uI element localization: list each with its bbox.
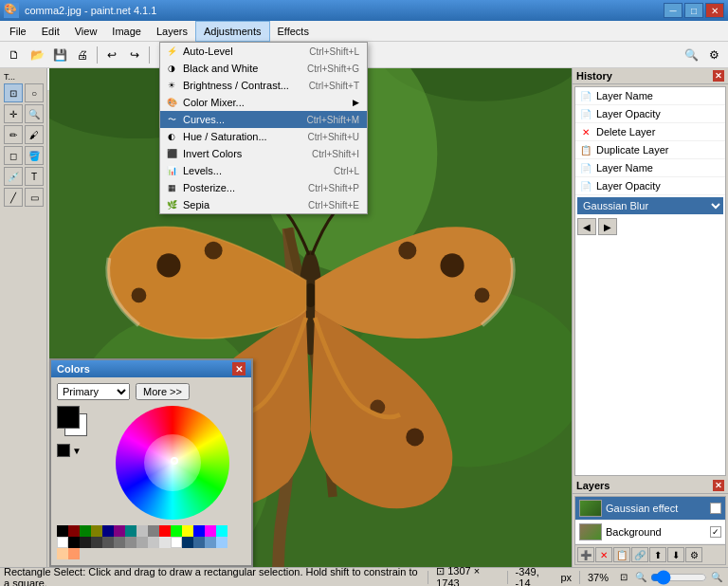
palette-swatch-white[interactable] [57,537,68,548]
history-back-button[interactable]: ◀ [577,218,596,235]
layer-item-background[interactable]: Background ✓ [575,521,725,544]
open-button[interactable]: 📂 [27,45,47,65]
palette-swatch-fuchsia[interactable] [205,525,216,537]
menu-item-sepia[interactable]: 🌿 Sepia Ctrl+Shift+E [160,196,367,213]
tool-eyedropper[interactable]: 💉 [4,167,23,186]
palette-swatch-navy[interactable] [102,525,114,537]
color-wheel[interactable] [116,406,229,520]
menu-item-color-mixer[interactable]: 🎨 Color Mixer... ▶ [160,94,367,111]
palette-swatch-2-8[interactable] [159,537,171,548]
primary-color-swatch[interactable] [57,444,70,457]
layer-visibility-gaussian[interactable]: ✓ [710,503,721,514]
palette-swatch-3-5[interactable] [57,548,68,559]
layer-duplicate-button[interactable]: 📋 [613,547,630,562]
menu-item-hue-saturation[interactable]: ◐ Hue / Saturation... Ctrl+Shift+U [160,128,367,145]
layer-merge-button[interactable]: 🔗 [631,547,648,562]
menu-item-posterize[interactable]: ▦ Posterize... Ctrl+Shift+P [160,179,367,196]
tool-rectangle-select[interactable]: ⊡ [4,83,23,102]
menu-adjustments[interactable]: Adjustments [195,21,270,42]
menu-view[interactable]: View [67,21,105,42]
palette-swatch-3-3[interactable] [205,537,216,548]
history-forward-button[interactable]: ▶ [598,218,617,235]
menu-item-invert[interactable]: ⬛ Invert Colors Ctrl+Shift+I [160,145,367,162]
layer-delete-button[interactable]: ✕ [595,547,612,562]
palette-swatch-maroon[interactable] [68,525,80,537]
history-dropdown[interactable]: Gaussian Blur [577,197,723,214]
new-button[interactable]: 🗋 [4,45,25,65]
palette-swatch-blue[interactable] [193,525,205,537]
history-item[interactable]: 📄 Layer Opacity [575,177,725,195]
palette-swatch-3-1[interactable] [182,537,193,548]
palette-swatch-2-5[interactable] [125,537,136,548]
tool-line[interactable]: ╱ [4,188,23,207]
palette-swatch-aqua[interactable] [216,525,228,537]
tool-eraser[interactable]: ◻ [4,146,23,165]
menu-edit[interactable]: Edit [34,21,67,42]
close-button[interactable]: ✕ [705,3,724,18]
menu-layers[interactable]: Layers [149,21,195,42]
tool-fill[interactable]: 🪣 [25,146,44,165]
menu-item-levels[interactable]: 📊 Levels... Ctrl+L [160,162,367,179]
menu-item-curves[interactable]: 〜 Curves... Ctrl+Shift+M [160,111,367,128]
tool-brush[interactable]: 🖌 [25,125,44,144]
palette-swatch-silver[interactable] [136,525,148,537]
layer-add-button[interactable]: ➕ [577,547,594,562]
palette-swatch-olive[interactable] [91,525,102,537]
menu-image[interactable]: Image [104,21,149,42]
layer-up-button[interactable]: ⬆ [649,547,666,562]
palette-swatch-2-1[interactable] [80,537,91,548]
zoom-minus-button[interactable]: 🔍 [633,570,648,585]
tool-pencil[interactable]: ✏ [4,125,23,144]
history-item[interactable]: 📄 Layer Name [575,87,725,105]
menu-file[interactable]: File [2,21,34,42]
palette-swatch-yellow[interactable] [182,525,193,537]
palette-swatch-3-4[interactable] [216,537,228,548]
palette-swatch-red[interactable] [159,525,171,537]
menu-effects[interactable]: Effects [270,21,317,42]
zoom-plus-button[interactable]: 🔍 [709,570,724,585]
colors-close-button[interactable]: ✕ [232,362,246,375]
palette-swatch-2-black[interactable] [68,537,80,548]
palette-swatch-2-3[interactable] [102,537,114,548]
menu-item-auto-level[interactable]: ⚡ Auto-Level Ctrl+Shift+L [160,43,367,60]
palette-swatch-2-2[interactable] [91,537,102,548]
tool-zoom[interactable]: 🔍 [25,104,44,123]
history-item[interactable]: ✕ Delete Layer [575,123,725,141]
colors-more-button[interactable]: More >> [136,383,190,400]
print-button[interactable]: 🖨 [72,45,93,65]
maximize-button[interactable]: □ [684,3,703,18]
menu-item-brightness[interactable]: ☀ Brightness / Contrast... Ctrl+Shift+T [160,77,367,94]
zoom-out-button[interactable]: 🔍 [681,45,701,65]
palette-swatch-2-7[interactable] [148,537,159,548]
zoom-in-button[interactable]: ⚙ [703,45,724,65]
tool-text[interactable]: T [25,167,44,186]
palette-swatch-gray[interactable] [148,525,159,537]
palette-swatch-green[interactable] [80,525,91,537]
minimize-button[interactable]: ─ [664,3,682,18]
tool-lasso[interactable]: ○ [25,83,44,102]
palette-swatch-2-white[interactable] [171,537,182,548]
menu-item-black-white[interactable]: ◑ Black and White Ctrl+Shift+G [160,60,367,77]
layer-visibility-background[interactable]: ✓ [710,526,721,538]
palette-swatch-lime[interactable] [171,525,182,537]
palette-swatch-black[interactable] [57,525,68,537]
zoom-fit-button[interactable]: ⊡ [616,570,631,585]
foreground-swatch[interactable] [57,406,80,429]
zoom-slider[interactable] [650,570,707,585]
layer-down-button[interactable]: ⬇ [667,547,684,562]
save-button[interactable]: 💾 [49,45,70,65]
undo-button[interactable]: ↩ [101,45,122,65]
tool-move[interactable]: ✛ [4,104,23,123]
history-item[interactable]: 📄 Layer Opacity [575,105,725,123]
palette-swatch-2-4[interactable] [114,537,125,548]
history-item[interactable]: 📋 Duplicate Layer [575,141,725,159]
palette-swatch-purple[interactable] [114,525,125,537]
color-mode-select[interactable]: Primary Secondary [57,383,130,400]
palette-swatch-2-6[interactable] [136,537,148,548]
history-item[interactable]: 📄 Layer Name [575,159,725,177]
layers-close-button[interactable]: ✕ [713,480,724,491]
palette-swatch-3-2[interactable] [193,537,205,548]
palette-swatch-3-6[interactable] [68,548,80,559]
window-controls[interactable]: ─ □ ✕ [664,3,724,18]
history-close-button[interactable]: ✕ [713,70,724,82]
